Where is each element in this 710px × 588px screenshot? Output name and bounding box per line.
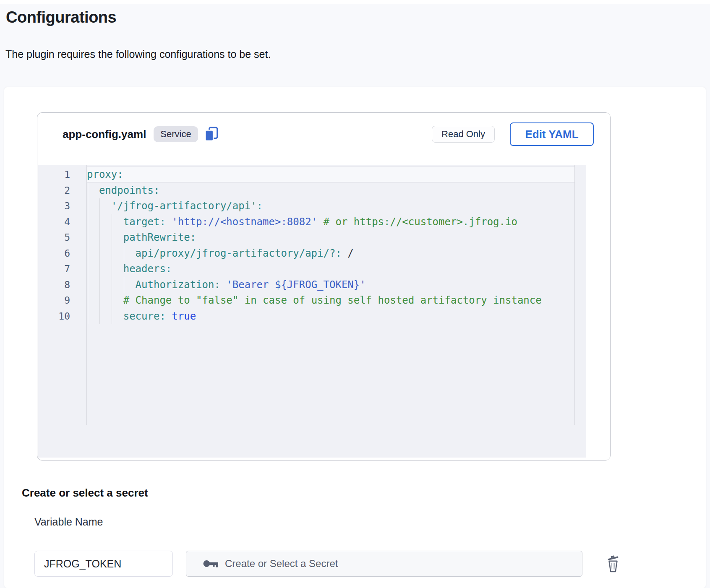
line-number: 3 — [38, 198, 86, 214]
secret-section-heading: Create or select a secret — [22, 487, 148, 500]
line-number: 10 — [38, 309, 86, 325]
code-line: 4 target: 'http://<hostname>:8082' # or … — [38, 214, 586, 230]
page-subtitle: The plugin requires the following config… — [5, 48, 271, 60]
code-line: 7 headers: — [38, 261, 586, 277]
line-number: 2 — [38, 183, 86, 199]
top-strip — [0, 0, 710, 4]
code-line: 9 # Change to "false" in case of using s… — [38, 293, 586, 309]
code-line: 2 endpoints: — [38, 183, 586, 199]
line-number: 5 — [38, 230, 86, 246]
edit-yaml-button[interactable]: Edit YAML — [510, 122, 594, 146]
delete-secret-button[interactable] — [602, 552, 624, 575]
code-lines: 1proxy:2 endpoints:3 '/jfrog-artifactory… — [38, 167, 586, 324]
code-editor[interactable]: 1proxy:2 endpoints:3 '/jfrog-artifactory… — [38, 165, 586, 458]
trash-icon — [606, 554, 621, 573]
code-line-text: headers: — [86, 261, 172, 277]
code-line-text: api/proxy/jfrog-artifactory/api/?: / — [86, 246, 354, 262]
line-number: 6 — [38, 246, 86, 262]
variable-name-input[interactable] — [34, 551, 173, 577]
service-badge: Service — [154, 126, 198, 142]
code-line-text: Authorization: 'Bearer ${JFROG_TOKEN}' — [86, 277, 366, 293]
yaml-card-header: app-config.yaml Service Read Only Edit Y… — [63, 122, 594, 146]
code-line-text: target: 'http://<hostname>:8082' # or ht… — [86, 214, 517, 230]
yaml-config-card: app-config.yaml Service Read Only Edit Y… — [37, 112, 611, 461]
code-line-text: # Change to "false" in case of using sel… — [86, 293, 542, 309]
secret-select-field[interactable]: Create or Select a Secret — [186, 551, 582, 577]
code-line: 10 secure: true — [38, 309, 586, 325]
code-line: 5 pathRewrite: — [38, 230, 586, 246]
code-line-text: endpoints: — [86, 183, 159, 199]
read-only-button[interactable]: Read Only — [432, 126, 495, 143]
line-number: 4 — [38, 214, 86, 230]
secret-select-placeholder: Create or Select a Secret — [225, 558, 338, 570]
page: Configurations The plugin requires the f… — [0, 0, 710, 588]
line-number: 7 — [38, 261, 86, 277]
line-number: 1 — [38, 167, 86, 183]
file-name: app-config.yaml — [63, 128, 146, 141]
key-icon — [203, 559, 218, 569]
line-number: 8 — [38, 277, 86, 293]
code-line: 3 '/jfrog-artifactory/api': — [38, 198, 586, 214]
configurations-panel: app-config.yaml Service Read Only Edit Y… — [4, 87, 706, 588]
code-line: 6 api/proxy/jfrog-artifactory/api/?: / — [38, 246, 586, 262]
variable-name-label: Variable Name — [34, 516, 103, 528]
code-line: 8 Authorization: 'Bearer ${JFROG_TOKEN}' — [38, 277, 586, 293]
page-title: Configurations — [6, 8, 116, 26]
copy-icon[interactable] — [204, 126, 219, 142]
line-number: 9 — [38, 293, 86, 309]
code-line-text: '/jfrog-artifactory/api': — [86, 198, 263, 214]
code-line-text: proxy: — [86, 167, 123, 183]
code-line-text: pathRewrite: — [86, 230, 196, 246]
code-line-text: secure: true — [86, 309, 196, 325]
code-line: 1proxy: — [38, 167, 586, 183]
